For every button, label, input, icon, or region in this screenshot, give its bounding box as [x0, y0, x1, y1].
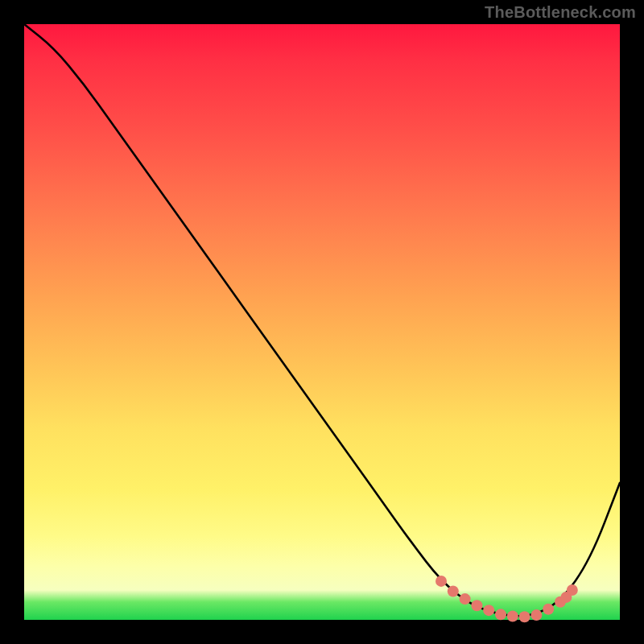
marker-dot [483, 605, 494, 616]
marker-dot [543, 604, 554, 615]
marker-dot [567, 584, 578, 596]
watermark-text: TheBottleneck.com [485, 3, 636, 22]
marker-dot [507, 611, 518, 622]
marker-dot [471, 600, 482, 611]
marker-dot [495, 609, 506, 620]
chart-svg [24, 24, 620, 620]
chart-container: TheBottleneck.com [0, 0, 644, 644]
marker-dot [519, 611, 530, 622]
plot-area [24, 24, 620, 620]
curve-line [24, 24, 620, 616]
marker-dot [530, 609, 542, 621]
marker-dot [448, 585, 459, 597]
marker-dot [460, 593, 471, 605]
marker-dot [436, 576, 447, 587]
